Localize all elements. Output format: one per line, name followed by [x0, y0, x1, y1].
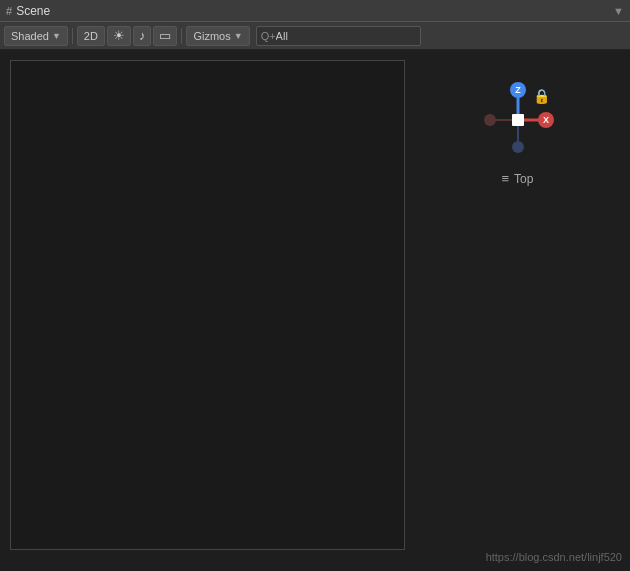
hamburger-icon: ≡ — [502, 171, 510, 186]
url-watermark: https://blog.csdn.net/linjf520 — [486, 551, 622, 563]
title-bar: # Scene ▼ — [0, 0, 630, 22]
scene-toolbar: Shaded ▼ 2D ☀ ♪ ▭ Gizmos ▼ Q+ — [0, 22, 630, 50]
screen-icon: ▭ — [159, 28, 171, 43]
unity-scene-window: # Scene ▼ Shaded ▼ 2D ☀ ♪ ▭ Gizmos ▼ Q+ — [0, 0, 630, 571]
search-prefix: Q+ — [261, 30, 276, 42]
gizmo-area: 🔒 Z X — [478, 80, 558, 163]
screen-button[interactable]: ▭ — [153, 26, 177, 46]
lock-icon[interactable]: 🔒 — [533, 88, 550, 104]
svg-point-4 — [512, 141, 524, 153]
gizmos-dropdown[interactable]: Gizmos ▼ — [186, 26, 249, 46]
sun-button[interactable]: ☀ — [107, 26, 131, 46]
tilemap-canvas — [11, 61, 404, 509]
search-box[interactable]: Q+ — [256, 26, 421, 46]
scene-title: Scene — [16, 4, 50, 18]
shading-dropdown[interactable]: Shaded ▼ — [4, 26, 68, 46]
view-label: ≡ Top — [502, 171, 534, 186]
shading-arrow: ▼ — [52, 31, 61, 41]
view-text: Top — [514, 172, 533, 186]
search-input[interactable] — [276, 30, 416, 42]
2d-button[interactable]: 2D — [77, 26, 105, 46]
audio-button[interactable]: ♪ — [133, 26, 152, 46]
svg-rect-10 — [512, 114, 524, 126]
separator-1 — [72, 28, 73, 44]
svg-text:X: X — [542, 115, 548, 125]
main-content: 🔒 Z X — [0, 50, 630, 571]
scene-icon: # — [6, 5, 12, 17]
pin-icon: ▼ — [613, 5, 624, 17]
svg-text:Z: Z — [515, 85, 521, 95]
scene-viewport[interactable] — [10, 60, 405, 550]
gizmos-arrow: ▼ — [234, 31, 243, 41]
sun-icon: ☀ — [113, 28, 125, 43]
right-panel: 🔒 Z X — [405, 50, 630, 571]
separator-2 — [181, 28, 182, 44]
svg-point-9 — [484, 114, 496, 126]
audio-icon: ♪ — [139, 28, 146, 43]
